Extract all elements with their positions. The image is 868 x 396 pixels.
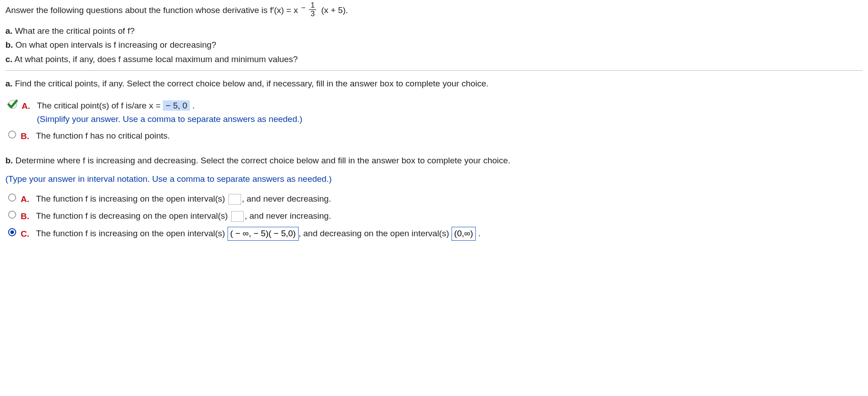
option-label: A. [22, 99, 32, 112]
choice-a-A-post: . [190, 101, 195, 110]
answer-input-decreasing[interactable]: (0,∞) [452, 227, 476, 241]
option-label: B. [21, 130, 31, 143]
sub-question-a: a. What are the critical points of f? [5, 24, 863, 37]
option-body: The function f has no critical points. [36, 129, 863, 142]
divider [5, 70, 863, 71]
part-a-choices: A. The critical point(s) of f is/are x =… [5, 99, 863, 143]
choice-a-A-note: (Simplify your answer. Use a comma to se… [37, 112, 863, 126]
part-b-note: (Type your answer in interval notation. … [5, 172, 863, 185]
part-a-text: Find the critical points, if any. Select… [13, 79, 489, 88]
sub-question-c: c. At what points, if any, does f assume… [5, 53, 863, 66]
choice-a-A-pre: The critical point(s) of f is/are x = [37, 101, 163, 110]
part-b-label: b. [5, 156, 13, 165]
choice-b-C-mid: , and decreasing on the open interval(s) [299, 229, 452, 238]
part-a-label: a. [5, 79, 13, 88]
sub-a-label: a. [5, 26, 13, 36]
choice-b-A-pre: The function f is increasing on the open… [36, 194, 228, 203]
radio-button[interactable] [8, 130, 16, 139]
answer-input-increasing[interactable]: ( − ∞, − 5)( − 5,0) [228, 227, 299, 241]
sub-b-label: b. [5, 40, 13, 50]
choice-b-B-post: , and never increasing. [245, 211, 331, 220]
radio-button-selected[interactable] [8, 228, 16, 236]
answer-value-a[interactable]: − 5, 0 [163, 100, 190, 111]
answer-input-blank[interactable] [228, 194, 241, 205]
choice-b-A[interactable]: A. The function f is increasing on the o… [8, 192, 863, 206]
choice-b-A-post: , and never decreasing. [242, 194, 331, 203]
part-b-prompt: b. Determine where f is increasing and d… [5, 154, 863, 167]
option-label: B. [21, 210, 31, 223]
stem-line1: Answer the following questions about the… [5, 5, 348, 15]
part-a-prompt: a. Find the critical points, if any. Sel… [5, 77, 863, 90]
sub-c-label: c. [5, 54, 13, 64]
choice-b-C-post: . [476, 229, 481, 238]
radio-button[interactable] [8, 194, 16, 202]
radio-button[interactable] [8, 211, 16, 219]
choice-a-A[interactable]: A. The critical point(s) of f is/are x =… [8, 99, 863, 126]
choice-a-B[interactable]: B. The function f has no critical points… [8, 129, 863, 143]
radio-correct-icon[interactable] [8, 100, 17, 109]
choice-b-B[interactable]: B. The function f is decreasing on the o… [8, 209, 863, 223]
stem-text-pre: Answer the following questions about the… [5, 5, 298, 15]
choice-b-C[interactable]: C. The function f is increasing on the o… [8, 227, 863, 241]
part-b-choices: A. The function f is increasing on the o… [5, 192, 863, 241]
sub-question-b: b. On what open intervals is f increasin… [5, 38, 863, 51]
option-label: A. [21, 193, 31, 206]
option-body: The function f is increasing on the open… [36, 227, 863, 241]
part-b-text: Determine where f is increasing and decr… [13, 156, 510, 165]
sub-b-text: On what open intervals is f increasing o… [13, 40, 216, 50]
exponent-den: 3 [309, 9, 316, 18]
option-body: The critical point(s) of f is/are x = − … [37, 99, 863, 126]
choice-b-B-pre: The function f is decreasing on the open… [36, 211, 230, 220]
option-body: The function f is decreasing on the open… [36, 209, 863, 222]
stem-text-post: (x + 5). [321, 5, 348, 15]
question-stem: Answer the following questions about the… [5, 4, 863, 66]
exponent: − 1 3 [300, 4, 319, 23]
sub-a-text: What are the critical points of f? [13, 26, 134, 36]
exponent-minus: − [301, 4, 306, 12]
choice-b-C-pre: The function f is increasing on the open… [36, 229, 228, 238]
checkmark-icon [7, 99, 18, 110]
option-label: C. [21, 227, 31, 240]
exponent-num: 1 [309, 1, 316, 9]
option-body: The function f is increasing on the open… [36, 192, 863, 205]
answer-input-blank[interactable] [231, 211, 244, 222]
sub-c-text: At what points, if any, does f assume lo… [13, 54, 298, 64]
